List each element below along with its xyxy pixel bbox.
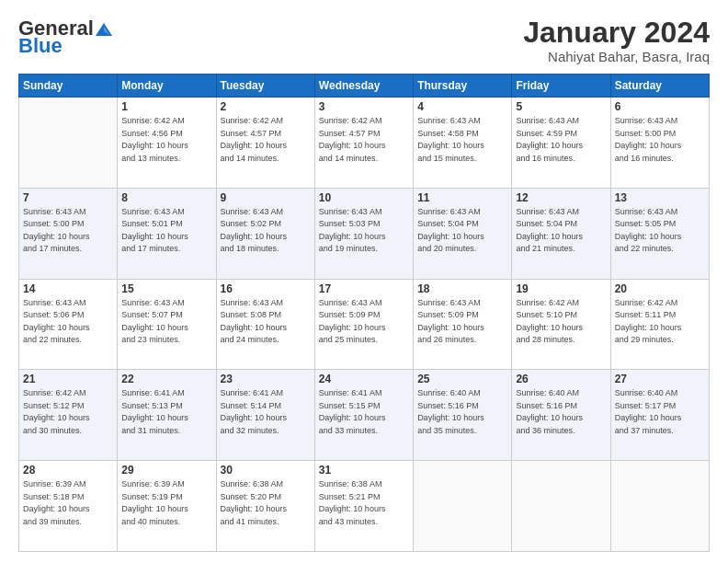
day-number: 11 [417, 191, 507, 204]
weekday-header-thursday: Thursday [414, 75, 512, 98]
sunset-text: Sunset: 5:17 PM [615, 400, 705, 413]
day-number: 12 [516, 191, 606, 204]
day-info: Sunrise: 6:40 AMSunset: 5:17 PMDaylight:… [615, 387, 705, 437]
calendar-cell: 6Sunrise: 6:43 AMSunset: 5:00 PMDaylight… [610, 98, 709, 189]
daylight-text: and 30 minutes. [23, 425, 113, 438]
sunrise-text: Sunrise: 6:42 AM [615, 297, 705, 310]
day-number: 24 [319, 373, 409, 385]
calendar-cell: 17Sunrise: 6:43 AMSunset: 5:09 PMDayligh… [314, 279, 413, 370]
calendar-cell [512, 461, 610, 552]
sunset-text: Sunset: 5:10 PM [516, 309, 606, 322]
sunset-text: Sunset: 5:00 PM [23, 218, 113, 231]
logo: General Blue [18, 17, 114, 55]
sunset-text: Sunset: 4:57 PM [221, 128, 311, 141]
daylight-text: Daylight: 10 hours [23, 322, 113, 335]
sunset-text: Sunset: 5:06 PM [23, 309, 113, 322]
daylight-text: Daylight: 10 hours [516, 412, 606, 425]
daylight-text: Daylight: 10 hours [417, 412, 507, 425]
sunrise-text: Sunrise: 6:43 AM [516, 206, 606, 219]
daylight-text: and 21 minutes. [516, 243, 606, 256]
sunset-text: Sunset: 5:16 PM [417, 400, 507, 413]
day-info: Sunrise: 6:43 AMSunset: 5:01 PMDaylight:… [121, 206, 211, 256]
day-number: 1 [121, 100, 211, 113]
daylight-text: and 17 minutes. [23, 243, 113, 256]
day-number: 18 [417, 282, 507, 295]
daylight-text: and 41 minutes. [221, 516, 311, 529]
day-number: 8 [121, 191, 211, 204]
daylight-text: Daylight: 10 hours [121, 322, 211, 335]
daylight-text: Daylight: 10 hours [319, 231, 409, 244]
daylight-text: and 32 minutes. [221, 425, 311, 438]
sunset-text: Sunset: 5:03 PM [319, 218, 409, 231]
calendar-title: January 2024 [523, 17, 710, 49]
day-info: Sunrise: 6:43 AMSunset: 4:59 PMDaylight:… [516, 115, 606, 165]
calendar-cell: 25Sunrise: 6:40 AMSunset: 5:16 PMDayligh… [414, 370, 512, 461]
daylight-text: Daylight: 10 hours [615, 140, 705, 153]
daylight-text: Daylight: 10 hours [516, 140, 606, 153]
calendar-cell: 21Sunrise: 6:42 AMSunset: 5:12 PMDayligh… [19, 370, 118, 461]
weekday-header-wednesday: Wednesday [314, 75, 413, 98]
day-number: 7 [23, 191, 113, 204]
day-number: 23 [221, 373, 311, 385]
sunrise-text: Sunrise: 6:43 AM [221, 297, 311, 310]
day-info: Sunrise: 6:43 AMSunset: 5:02 PMDaylight:… [221, 206, 311, 256]
daylight-text: Daylight: 10 hours [23, 412, 113, 425]
sunset-text: Sunset: 5:16 PM [516, 400, 606, 413]
sunset-text: Sunset: 5:05 PM [615, 218, 705, 231]
daylight-text: and 19 minutes. [319, 243, 409, 256]
daylight-text: and 15 minutes. [417, 153, 507, 166]
sunset-text: Sunset: 4:59 PM [516, 128, 606, 141]
sunrise-text: Sunrise: 6:43 AM [319, 206, 409, 219]
calendar-cell: 11Sunrise: 6:43 AMSunset: 5:04 PMDayligh… [414, 188, 512, 279]
sunrise-text: Sunrise: 6:43 AM [121, 297, 211, 310]
sunset-text: Sunset: 5:21 PM [319, 491, 409, 504]
daylight-text: Daylight: 10 hours [319, 412, 409, 425]
daylight-text: Daylight: 10 hours [516, 231, 606, 244]
weekday-header-sunday: Sunday [19, 75, 118, 98]
daylight-text: and 28 minutes. [516, 334, 606, 347]
day-number: 27 [615, 373, 705, 385]
day-info: Sunrise: 6:43 AMSunset: 5:08 PMDaylight:… [221, 297, 311, 347]
daylight-text: Daylight: 10 hours [516, 322, 606, 335]
sunset-text: Sunset: 5:07 PM [121, 309, 211, 322]
day-info: Sunrise: 6:43 AMSunset: 5:09 PMDaylight:… [319, 297, 409, 347]
daylight-text: and 20 minutes. [417, 243, 507, 256]
calendar-cell: 27Sunrise: 6:40 AMSunset: 5:17 PMDayligh… [610, 370, 709, 461]
daylight-text: Daylight: 10 hours [615, 231, 705, 244]
sunrise-text: Sunrise: 6:43 AM [221, 206, 311, 219]
calendar-cell: 1Sunrise: 6:42 AMSunset: 4:56 PMDaylight… [118, 98, 216, 189]
daylight-text: Daylight: 10 hours [615, 322, 705, 335]
daylight-text: and 23 minutes. [121, 334, 211, 347]
sunrise-text: Sunrise: 6:43 AM [417, 206, 507, 219]
calendar-cell: 26Sunrise: 6:40 AMSunset: 5:16 PMDayligh… [512, 370, 610, 461]
daylight-text: Daylight: 10 hours [23, 503, 113, 516]
sunrise-text: Sunrise: 6:43 AM [417, 115, 507, 128]
calendar-cell: 22Sunrise: 6:41 AMSunset: 5:13 PMDayligh… [118, 370, 216, 461]
sunrise-text: Sunrise: 6:43 AM [23, 297, 113, 310]
day-number: 30 [221, 464, 311, 477]
calendar-cell [414, 461, 512, 552]
weekday-header-monday: Monday [118, 75, 216, 98]
day-number: 22 [121, 373, 211, 385]
day-number: 2 [221, 100, 311, 113]
calendar-cell: 29Sunrise: 6:39 AMSunset: 5:19 PMDayligh… [118, 461, 216, 552]
daylight-text: and 13 minutes. [121, 153, 211, 166]
day-number: 13 [615, 191, 705, 204]
sunset-text: Sunset: 5:04 PM [417, 218, 507, 231]
sunset-text: Sunset: 5:14 PM [221, 400, 311, 413]
day-info: Sunrise: 6:42 AMSunset: 4:57 PMDaylight:… [221, 115, 311, 165]
week-row-5: 28Sunrise: 6:39 AMSunset: 5:18 PMDayligh… [19, 461, 710, 552]
weekday-header-saturday: Saturday [610, 75, 709, 98]
day-info: Sunrise: 6:42 AMSunset: 5:12 PMDaylight:… [23, 387, 113, 437]
calendar-cell: 13Sunrise: 6:43 AMSunset: 5:05 PMDayligh… [610, 188, 709, 279]
sunrise-text: Sunrise: 6:40 AM [417, 387, 507, 400]
day-info: Sunrise: 6:42 AMSunset: 4:57 PMDaylight:… [319, 115, 409, 165]
sunset-text: Sunset: 5:02 PM [221, 218, 311, 231]
sunrise-text: Sunrise: 6:43 AM [516, 115, 606, 128]
daylight-text: Daylight: 10 hours [121, 503, 211, 516]
daylight-text: and 18 minutes. [221, 243, 311, 256]
daylight-text: and 17 minutes. [121, 243, 211, 256]
calendar-cell: 7Sunrise: 6:43 AMSunset: 5:00 PMDaylight… [19, 188, 118, 279]
day-info: Sunrise: 6:42 AMSunset: 5:11 PMDaylight:… [615, 297, 705, 347]
calendar-cell [19, 98, 118, 189]
